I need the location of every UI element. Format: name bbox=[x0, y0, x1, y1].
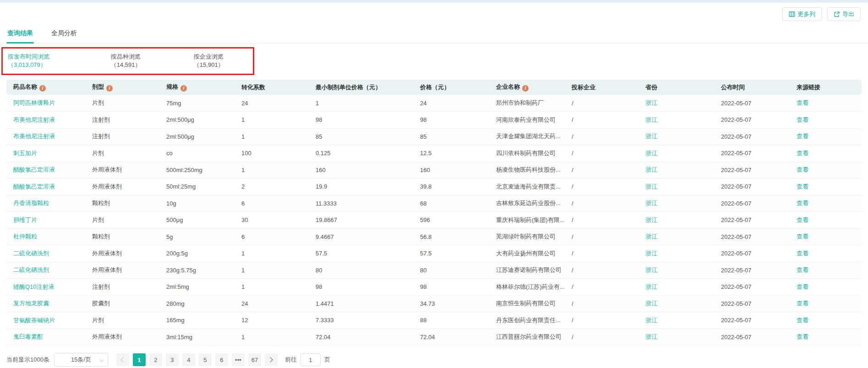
column-header: 规格 bbox=[159, 80, 235, 95]
view-source-link[interactable]: 查看 bbox=[797, 183, 808, 190]
more-columns-button[interactable]: 更多列 bbox=[782, 7, 822, 21]
table-header: 药品名称剂型规格转化系数最小制剂单位价格（元）价格（元）企业名称投标企业省份公布… bbox=[6, 80, 862, 95]
table-cell: 江西普丽尔药业有限公司 bbox=[489, 329, 565, 346]
table-cell: 1 bbox=[235, 245, 309, 262]
table-cell: 2022-05-07 bbox=[714, 279, 790, 296]
view-source-link[interactable]: 查看 bbox=[797, 233, 808, 240]
table-cell: 2022-05-07 bbox=[714, 195, 790, 212]
table-cell: 浙江 bbox=[639, 212, 714, 229]
browse-by-enterprise-link[interactable]: 按企业浏览（15,901） bbox=[194, 53, 253, 69]
table-cell: 阿司匹林缓释片 bbox=[6, 95, 85, 112]
province-link[interactable]: 浙江 bbox=[645, 266, 657, 273]
view-source-link[interactable]: 查看 bbox=[797, 266, 808, 273]
drug-name-link[interactable]: 二硫化硒洗剂 bbox=[13, 250, 49, 257]
info-icon[interactable] bbox=[39, 85, 46, 92]
drug-name-link[interactable]: 阿司匹林缓释片 bbox=[13, 99, 55, 106]
table-cell: 24 bbox=[235, 95, 309, 112]
province-link[interactable]: 浙江 bbox=[645, 317, 657, 324]
province-link[interactable]: 浙江 bbox=[645, 166, 657, 173]
table-cell: 98 bbox=[309, 112, 413, 129]
view-source-link[interactable]: 查看 bbox=[797, 166, 808, 173]
info-icon[interactable] bbox=[106, 85, 113, 92]
table-cell: 浙江 bbox=[639, 228, 714, 245]
table-cell: 1 bbox=[235, 128, 309, 145]
view-source-link[interactable]: 查看 bbox=[797, 200, 808, 206]
table-cell: 外用液体剂 bbox=[85, 179, 159, 195]
goto-page-input[interactable] bbox=[300, 353, 321, 366]
province-link[interactable]: 浙江 bbox=[645, 200, 657, 206]
province-link[interactable]: 浙江 bbox=[645, 133, 657, 140]
table-cell: 56.8 bbox=[413, 228, 489, 245]
table-cell: 查看 bbox=[790, 95, 862, 112]
drug-name-link[interactable]: 杜仲颗粒 bbox=[13, 233, 37, 240]
drug-name-link[interactable]: 布美他尼注射液 bbox=[13, 116, 55, 123]
column-header-label: 省份 bbox=[645, 84, 657, 91]
table-cell: 2022-05-07 bbox=[714, 329, 790, 346]
info-icon[interactable] bbox=[522, 85, 529, 92]
info-icon[interactable] bbox=[180, 85, 187, 92]
view-source-link[interactable]: 查看 bbox=[797, 250, 808, 257]
view-source-link[interactable]: 查看 bbox=[797, 300, 808, 307]
drug-name-link[interactable]: 刺五加片 bbox=[13, 150, 37, 157]
browse-by-variety-link[interactable]: 按品种浏览（14,591） bbox=[111, 53, 170, 69]
next-page-button[interactable] bbox=[265, 353, 278, 366]
table-cell: 2ml:500μg bbox=[159, 112, 235, 129]
tab-global-analysis[interactable]: 全局分析 bbox=[50, 25, 78, 43]
view-source-link[interactable]: 查看 bbox=[797, 150, 808, 157]
view-source-link[interactable]: 查看 bbox=[797, 99, 808, 106]
view-source-link[interactable]: 查看 bbox=[797, 116, 808, 123]
drug-name-link[interactable]: 醋酸氯己定溶液 bbox=[13, 183, 55, 190]
province-link[interactable]: 浙江 bbox=[645, 250, 657, 257]
view-source-link[interactable]: 查看 bbox=[797, 283, 808, 290]
drug-name-link[interactable]: 胆维丁片 bbox=[13, 216, 37, 223]
table-cell: 甘氨酸茶碱钠片 bbox=[6, 312, 85, 329]
province-link[interactable]: 浙江 bbox=[645, 233, 657, 240]
province-link[interactable]: 浙江 bbox=[645, 116, 657, 123]
drug-name-link[interactable]: 鬼臼毒素酊 bbox=[13, 333, 43, 340]
province-link[interactable]: 浙江 bbox=[645, 283, 657, 290]
prev-page-button[interactable] bbox=[116, 353, 129, 366]
drug-name-link[interactable]: 二硫化硒洗剂 bbox=[13, 266, 49, 273]
tab-bar: 查询结果 全局分析 bbox=[0, 25, 868, 43]
view-source-link[interactable]: 查看 bbox=[797, 317, 808, 324]
province-link[interactable]: 浙江 bbox=[645, 333, 657, 340]
drug-name-link[interactable]: 辅酶Q10注射液 bbox=[13, 283, 55, 290]
page-button-67[interactable]: 67 bbox=[248, 353, 261, 366]
drug-name-link[interactable]: 甘氨酸茶碱钠片 bbox=[13, 317, 55, 324]
browse-by-publish-time-link[interactable]: 按发布时间浏览（3,013,079） bbox=[8, 53, 87, 69]
table-cell: 230g:5.75g bbox=[159, 262, 235, 279]
column-header: 最小制剂单位价格（元） bbox=[309, 80, 413, 95]
drug-name-link[interactable]: 醋酸氯己定溶液 bbox=[13, 166, 55, 173]
province-link[interactable]: 浙江 bbox=[645, 216, 657, 223]
page-button-1[interactable]: 1 bbox=[133, 353, 146, 366]
province-link[interactable]: 浙江 bbox=[645, 300, 657, 307]
page-size-select[interactable]: 15条/页 bbox=[54, 353, 108, 367]
table-cell: 吉林敖东延边药业股份... bbox=[489, 195, 565, 212]
view-source-link[interactable]: 查看 bbox=[797, 216, 808, 223]
export-button[interactable]: 导出 bbox=[827, 7, 861, 21]
chevron-down-icon bbox=[99, 358, 104, 362]
table-cell: 11.3333 bbox=[309, 195, 413, 212]
view-source-link[interactable]: 查看 bbox=[797, 333, 808, 340]
result-count-summary: 当前显示1000条 bbox=[6, 356, 49, 364]
tab-query-results[interactable]: 查询结果 bbox=[6, 25, 34, 43]
page-button-4[interactable]: 4 bbox=[182, 353, 195, 366]
drug-name-link[interactable]: 复方地龙胶囊 bbox=[13, 300, 49, 307]
page-button-6[interactable]: 6 bbox=[215, 353, 228, 366]
page-button-2[interactable]: 2 bbox=[149, 353, 162, 366]
page-button-5[interactable]: 5 bbox=[199, 353, 212, 366]
table-cell: 颗粒剂 bbox=[85, 195, 159, 212]
table-cell: 39.8 bbox=[413, 179, 489, 195]
drug-name-link[interactable]: 布美他尼注射液 bbox=[13, 133, 55, 140]
column-header-label: 来源链接 bbox=[797, 84, 820, 91]
province-link[interactable]: 浙江 bbox=[645, 150, 657, 157]
view-source-link[interactable]: 查看 bbox=[797, 133, 808, 140]
table-cell: 1 bbox=[235, 329, 309, 346]
province-link[interactable]: 浙江 bbox=[645, 183, 657, 190]
more-pages-button[interactable]: ••• bbox=[232, 353, 245, 366]
drug-name-link[interactable]: 丹香清脂颗粒 bbox=[13, 200, 49, 206]
page-button-3[interactable]: 3 bbox=[166, 353, 179, 366]
province-link[interactable]: 浙江 bbox=[645, 99, 657, 106]
column-header: 剂型 bbox=[85, 80, 159, 95]
table-cell: 160 bbox=[309, 162, 413, 179]
